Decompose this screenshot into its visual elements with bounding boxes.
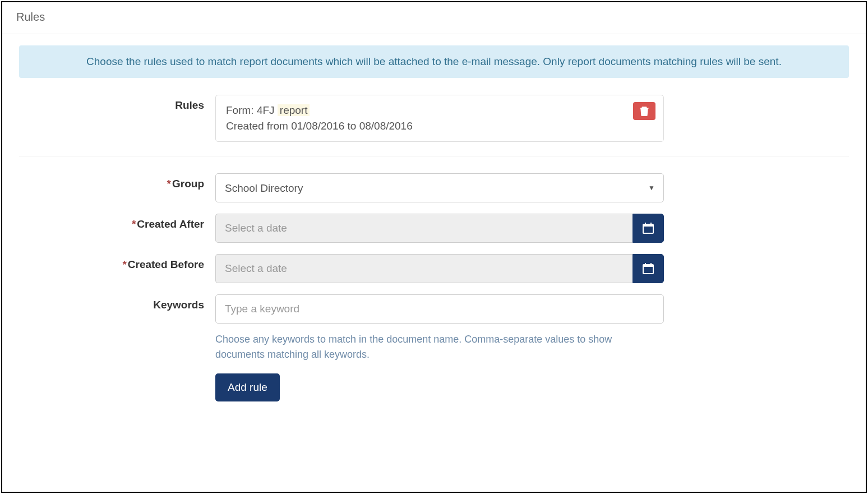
info-banner: Choose the rules used to match report do… [19,45,849,78]
required-indicator: * [167,178,171,190]
created-after-label: *Created After [19,214,215,230]
keywords-label: Keywords [19,294,215,311]
add-rule-button[interactable]: Add rule [215,373,280,401]
keywords-row: Keywords Choose any keywords to match in… [19,294,849,362]
created-after-calendar-button[interactable] [632,214,664,243]
svg-rect-9 [645,263,646,266]
calendar-icon [643,263,654,274]
rule-form-prefix: Form: 4FJ [226,104,278,116]
trash-icon [640,106,649,116]
content-area: Choose the rules used to match report do… [2,34,866,424]
add-rule-row: Add rule [19,373,849,401]
rule-card: Form: 4FJ report Created from 01/08/2016… [215,95,664,142]
rules-label: Rules [19,95,215,112]
page-header: Rules [2,2,866,34]
rule-form-line: Form: 4FJ report [226,104,653,117]
outer-frame: Rules Choose the rules used to match rep… [1,1,867,493]
svg-rect-2 [645,109,646,114]
delete-rule-button[interactable] [633,102,655,120]
rules-row: Rules Form: 4FJ report Created from 01/0… [19,95,849,142]
svg-rect-6 [650,223,652,225]
required-indicator: * [132,218,136,230]
rule-form-highlight: report [278,104,310,116]
group-select[interactable]: School Directory [215,173,664,202]
rule-created-line: Created from 01/08/2016 to 08/08/2016 [226,120,653,132]
required-indicator: * [122,258,126,270]
group-label: *Group [19,173,215,190]
created-before-input[interactable] [215,254,632,283]
group-row: *Group School Directory ▼ [19,173,849,202]
svg-rect-8 [643,265,653,267]
created-before-label-text: Created Before [128,258,204,270]
created-before-row: *Created Before [19,254,849,283]
created-after-label-text: Created After [137,218,204,230]
keywords-input[interactable] [215,294,664,324]
calendar-icon [643,223,654,234]
svg-rect-4 [643,224,653,227]
group-label-text: Group [172,178,204,190]
created-after-input[interactable] [215,214,632,243]
svg-rect-1 [644,109,644,114]
keywords-help-text: Choose any keywords to match in the docu… [215,332,664,362]
svg-rect-0 [643,109,643,114]
created-before-label: *Created Before [19,254,215,271]
created-after-row: *Created After [19,214,849,243]
created-before-calendar-button[interactable] [632,254,664,283]
section-divider [19,156,849,156]
svg-rect-5 [645,223,646,225]
svg-rect-10 [650,263,652,266]
page-title: Rules [16,11,852,24]
